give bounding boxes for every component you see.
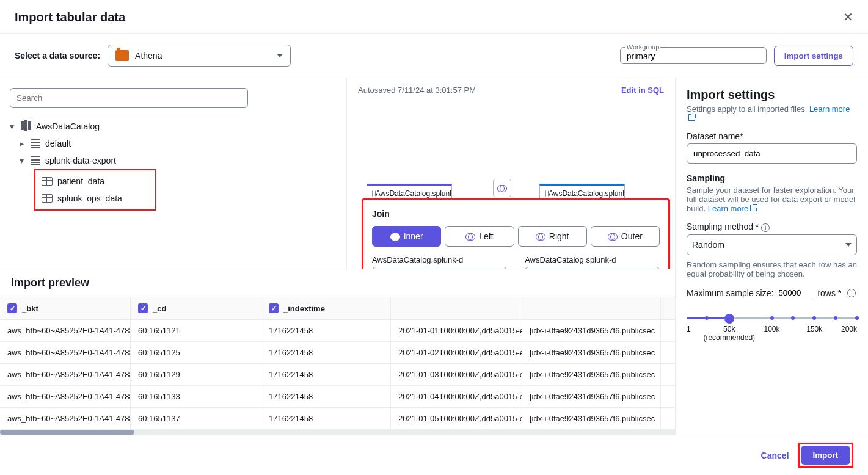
table-icon <box>42 194 53 203</box>
table-patient-data[interactable]: patient_data <box>37 173 154 190</box>
settings-title: Import settings <box>687 88 857 102</box>
column-header-bkt[interactable]: ✓_bkt <box>0 297 131 319</box>
edit-in-sql-link[interactable]: Edit in SQL <box>621 85 664 95</box>
close-icon[interactable]: ✕ <box>843 10 853 24</box>
join-outer-icon <box>608 233 618 239</box>
chevron-right-icon: ▸ <box>20 139 26 148</box>
database-label: default <box>45 139 71 148</box>
sample-size-slider[interactable]: 1 50k(recommended) 100k 150k 200k <box>687 310 857 332</box>
chevron-down-icon: ▾ <box>20 156 26 165</box>
sampling-method-label: Sampling method *i <box>687 222 857 232</box>
autosave-text: Autosaved 7/11/24 at 3:01:57 PM <box>358 85 476 95</box>
checkbox-checked-icon[interactable]: ✓ <box>138 303 148 313</box>
search-input[interactable] <box>10 88 248 108</box>
info-icon[interactable]: i <box>847 289 856 297</box>
join-left-icon <box>465 233 475 239</box>
table-row[interactable]: aws_hfb~60~A85252E0-1A41-478860:16511251… <box>0 342 675 364</box>
external-link-icon <box>688 114 695 121</box>
dataset-name-label: Dataset name* <box>687 131 857 141</box>
right-key-source: AwsDataCatalog.splunk-d <box>525 255 660 264</box>
page-title: Import tabular data <box>15 10 125 24</box>
max-sample-input[interactable] <box>777 287 814 299</box>
join-node[interactable] <box>493 179 511 197</box>
join-type-inner[interactable]: Inner <box>372 226 441 247</box>
catalog-label: AwsDataCatalog <box>36 121 100 131</box>
cancel-button[interactable]: Cancel <box>761 451 789 460</box>
import-button[interactable]: Import <box>801 446 850 465</box>
chevron-down-icon: ▾ <box>10 121 16 131</box>
table-icon <box>545 190 545 197</box>
column-header-extra2[interactable] <box>522 297 661 319</box>
join-icon <box>497 185 507 191</box>
left-key-select[interactable]: id <box>372 267 507 269</box>
join-title: Join <box>372 209 660 219</box>
slider-tick-150k: 150k <box>806 325 822 333</box>
join-type-left[interactable]: Left <box>445 226 514 247</box>
table-row[interactable]: aws_hfb~60~A85252E0-1A41-478860:16511331… <box>0 386 675 408</box>
database-icon <box>31 139 40 148</box>
rows-label: rows * <box>817 288 841 298</box>
highlighted-tables: patient_data splunk_ops_data <box>34 169 156 211</box>
max-sample-label: Maximum sample size: <box>687 288 773 298</box>
database-default[interactable]: ▸ default <box>10 135 337 152</box>
preview-title: Import preview <box>0 269 675 297</box>
table-label: patient_data <box>57 176 104 186</box>
table-row[interactable]: aws_hfb~60~A85252E0-1A41-478860:16511291… <box>0 364 675 386</box>
athena-icon <box>115 50 129 61</box>
settings-subtitle: Settings apply to all imported files. Le… <box>687 104 857 123</box>
join-type-outer[interactable]: Outer <box>591 226 660 247</box>
slider-tick-100k: 100k <box>764 325 779 333</box>
left-key-source: AwsDataCatalog.splunk-d <box>372 255 507 264</box>
table-icon <box>42 177 53 186</box>
slider-tick-1: 1 <box>687 325 691 333</box>
connector-line <box>511 190 539 190</box>
join-type-right[interactable]: Right <box>518 226 587 247</box>
workgroup-field[interactable]: Workgroup <box>620 47 767 64</box>
table-row[interactable]: aws_hfb~60~A85252E0-1A41-478860:16511371… <box>0 408 675 430</box>
join-right-icon <box>536 233 545 239</box>
sampling-method-select[interactable]: Random <box>687 234 857 255</box>
database-label: splunk-data-export <box>45 156 116 165</box>
database-splunk[interactable]: ▾ splunk-data-export <box>10 152 337 169</box>
horizontal-scrollbar[interactable] <box>0 430 675 435</box>
info-icon[interactable]: i <box>761 223 770 232</box>
chevron-down-icon <box>277 54 283 57</box>
column-header-indextime[interactable]: ✓_indextime <box>261 297 391 319</box>
right-key-select[interactable]: user_id <box>525 267 660 269</box>
import-highlight: Import <box>798 443 853 468</box>
table-label: splunk_ops_data <box>57 194 122 203</box>
chevron-down-icon <box>845 243 852 247</box>
database-icon <box>31 156 40 165</box>
join-inner-icon <box>390 233 400 239</box>
table-icon <box>372 190 373 197</box>
catalog-icon <box>21 121 31 131</box>
connector-line <box>452 190 493 190</box>
learn-more-link[interactable]: Learn more <box>708 204 757 213</box>
workgroup-label: Workgroup <box>625 43 661 51</box>
table-header-row: ✓_bkt ✓_cd ✓_indextime <box>0 297 675 320</box>
table-splunk-ops-data[interactable]: splunk_ops_data <box>37 190 154 207</box>
column-header-cd[interactable]: ✓_cd <box>131 297 261 319</box>
join-config-panel: Join Inner Left Right Outer AwsDataCatal… <box>363 200 669 269</box>
workgroup-input[interactable] <box>627 51 760 61</box>
checkbox-checked-icon[interactable]: ✓ <box>269 303 279 313</box>
import-settings-button[interactable]: Import settings <box>774 46 853 66</box>
catalog-node[interactable]: ▾ AwsDataCatalog <box>10 118 337 135</box>
table-row[interactable]: aws_hfb~60~A85252E0-1A41-478860:16511211… <box>0 320 675 342</box>
sampling-heading: Sampling <box>687 173 857 183</box>
checkbox-checked-icon[interactable]: ✓ <box>7 303 17 313</box>
slider-tick-200k: 200k <box>841 325 857 333</box>
column-header-extra1[interactable] <box>391 297 522 319</box>
external-link-icon <box>750 205 757 211</box>
slider-tick-50k: 50k(recommended) <box>703 325 755 342</box>
sampling-desc: Sample your dataset for faster explorati… <box>687 186 857 213</box>
data-source-label: Select a data source: <box>15 51 100 60</box>
data-source-value: Athena <box>135 51 162 60</box>
sampling-method-help: Random sampling ensures that each row ha… <box>687 260 857 278</box>
dataset-name-input[interactable] <box>687 143 857 164</box>
data-source-select[interactable]: Athena <box>108 45 291 67</box>
